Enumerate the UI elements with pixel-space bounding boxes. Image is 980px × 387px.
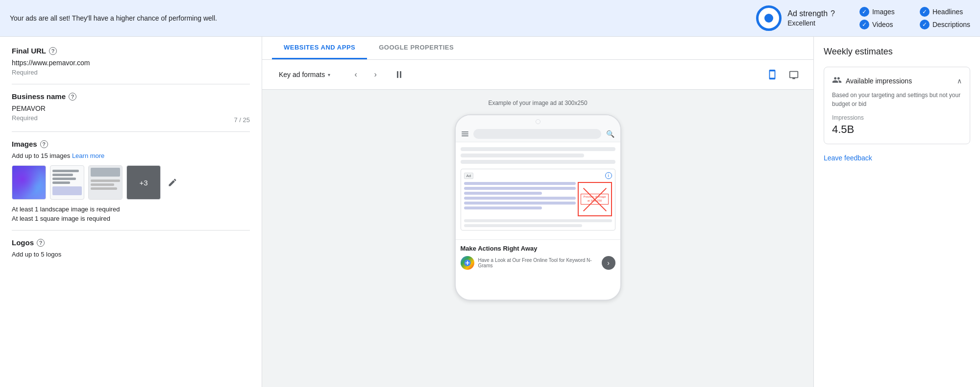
cta-text-block: Have a Look at Our Free Online Tool for … <box>478 258 598 268</box>
impressions-value: 4.5B <box>832 123 962 136</box>
device-icons <box>764 67 802 82</box>
middle-panel: WEBSITES AND APPS GOOGLE PROPERTIES Key … <box>262 37 813 387</box>
cta-arrow-button[interactable]: › <box>602 256 615 270</box>
ad-placeholder-text: Preview of imageat 300x250 <box>581 194 608 205</box>
content-line-2 <box>461 154 585 157</box>
pause-button[interactable] <box>391 67 407 82</box>
final-url-label: Final URL ? <box>12 47 250 55</box>
ad-strength-inner-circle <box>764 14 773 23</box>
impressions-title-row: Available impressions <box>832 75 912 87</box>
ad-strength-circle <box>756 5 782 31</box>
image-thumb-3[interactable] <box>88 165 122 200</box>
mobile-device-icon[interactable] <box>764 67 780 82</box>
image-thumb-plus[interactable]: +3 <box>126 165 161 200</box>
check-videos-icon: ✓ <box>859 20 869 29</box>
top-banner: Your ads are all set! They'll have a hig… <box>0 0 980 37</box>
image-thumb-2[interactable] <box>50 165 84 200</box>
ad-bottom-line-1 <box>464 219 612 222</box>
main-content: Final URL ? https://www.pemavor.com Requ… <box>0 37 980 387</box>
ad-image-placeholder: Preview of imageat 300x250 <box>578 182 612 216</box>
preview-controls: Key ad formats ▾ ‹ › <box>262 60 813 90</box>
nav-prev-button[interactable]: ‹ <box>348 67 364 82</box>
ad-header: Ad i <box>464 172 612 179</box>
ad-line-5 <box>464 202 576 205</box>
ad-bottom-line-2 <box>464 224 583 227</box>
pause-bar-2 <box>400 71 401 78</box>
images-label: Images ? <box>12 140 250 148</box>
check-descriptions: ✓ Descriptions <box>920 20 970 29</box>
phone-notch <box>456 115 620 126</box>
logos-help-icon[interactable]: ? <box>37 239 45 247</box>
ad-strength-title: Ad strength ? <box>787 9 835 18</box>
desktop-device-icon[interactable] <box>786 67 802 82</box>
pause-bar-1 <box>397 71 398 78</box>
images-section: Images ? Add up to 15 images Learn more <box>12 140 250 222</box>
tab-bar: WEBSITES AND APPS GOOGLE PROPERTIES <box>262 37 813 60</box>
check-descriptions-icon: ✓ <box>920 20 930 29</box>
images-learn-more-link[interactable]: Learn more <box>72 152 104 159</box>
phone-cta-section: Make Actions Right Away Have a Look at O… <box>456 239 620 278</box>
people-icon <box>832 75 842 87</box>
weekly-estimates-title: Weekly estimates <box>824 47 970 57</box>
nav-next-button[interactable]: › <box>368 67 383 82</box>
final-url-help-icon[interactable]: ? <box>49 47 57 55</box>
impressions-collapse-button[interactable]: ∧ <box>957 77 962 85</box>
divider-3 <box>12 230 250 231</box>
ad-line-6 <box>464 206 542 209</box>
content-line-1 <box>461 147 615 151</box>
logos-label: Logos ? <box>12 238 250 247</box>
ad-line-4 <box>464 197 576 200</box>
ham-line-3 <box>462 135 468 136</box>
impressions-label: Impressions <box>832 114 962 121</box>
phone-content: Ad i <box>456 142 620 239</box>
phone-mockup: 🔍 Ad <box>455 114 621 301</box>
image-thumb-1[interactable] <box>12 165 46 200</box>
business-name-help-icon[interactable]: ? <box>69 93 76 101</box>
check-headlines-icon: ✓ <box>920 7 930 17</box>
images-edit-button[interactable] <box>165 175 180 190</box>
left-panel: Final URL ? https://www.pemavor.com Requ… <box>0 37 262 387</box>
format-dropdown[interactable]: Key ad formats ▾ <box>274 68 335 81</box>
business-name-row: Required 7 / 25 <box>12 114 250 124</box>
banner-message: Your ads are all set! They'll have a hig… <box>10 14 741 22</box>
impressions-header: Available impressions ∧ <box>832 75 962 87</box>
business-name-label: Business name ? <box>12 92 250 101</box>
content-line-3 <box>461 160 615 164</box>
logos-section: Logos ? Add up to 5 logos <box>12 238 250 258</box>
phone-notch-dot <box>536 119 540 124</box>
cta-subtitle: Have a Look at Our Free Online Tool for … <box>478 258 598 268</box>
image-thumb-2-content <box>50 166 84 199</box>
ad-line-1 <box>464 182 576 185</box>
tab-websites-and-apps[interactable]: WEBSITES AND APPS <box>272 37 367 59</box>
check-headlines: ✓ Headlines <box>920 7 970 17</box>
business-name-hint: Required <box>12 114 38 122</box>
business-name-count: 7 / 25 <box>234 116 250 124</box>
images-row: +3 <box>12 165 250 200</box>
tab-google-properties[interactable]: GOOGLE PROPERTIES <box>367 37 466 59</box>
ham-line-2 <box>462 133 468 134</box>
dropdown-arrow-icon: ▾ <box>328 72 330 77</box>
ad-preview-box: Ad i <box>461 169 615 231</box>
final-url-hint: Required <box>12 69 250 76</box>
business-name-value: PEMAVOR <box>12 104 250 112</box>
image-thumb-3-content <box>89 166 122 199</box>
ad-info-icon: i <box>605 172 612 179</box>
cta-main-title: Make Actions Right Away <box>461 245 615 252</box>
right-panel: Weekly estimates Available impressions ∧… <box>813 37 980 387</box>
check-images: ✓ Images <box>859 7 910 17</box>
preview-area: Example of your image ad at 300x250 <box>262 90 813 387</box>
ad-left-lines <box>464 182 576 216</box>
image-req-2: At least 1 square image is required <box>12 215 250 222</box>
image-req-1: At least 1 landscape image is required <box>12 206 250 213</box>
browser-search-bar <box>473 129 601 139</box>
cta-logo <box>461 256 474 270</box>
leave-feedback-link[interactable]: Leave feedback <box>824 154 872 162</box>
divider-1 <box>12 84 250 84</box>
impressions-card: Available impressions ∧ Based on your ta… <box>824 67 970 144</box>
check-images-icon: ✓ <box>859 7 869 17</box>
ad-strength-help-icon[interactable]: ? <box>831 9 835 18</box>
ad-line-2 <box>464 187 576 190</box>
images-help-icon[interactable]: ? <box>40 140 48 148</box>
checkmarks-grid: ✓ Images ✓ Headlines ✓ Videos ✓ Descript… <box>859 7 970 29</box>
ad-bottom-lines <box>464 219 612 227</box>
